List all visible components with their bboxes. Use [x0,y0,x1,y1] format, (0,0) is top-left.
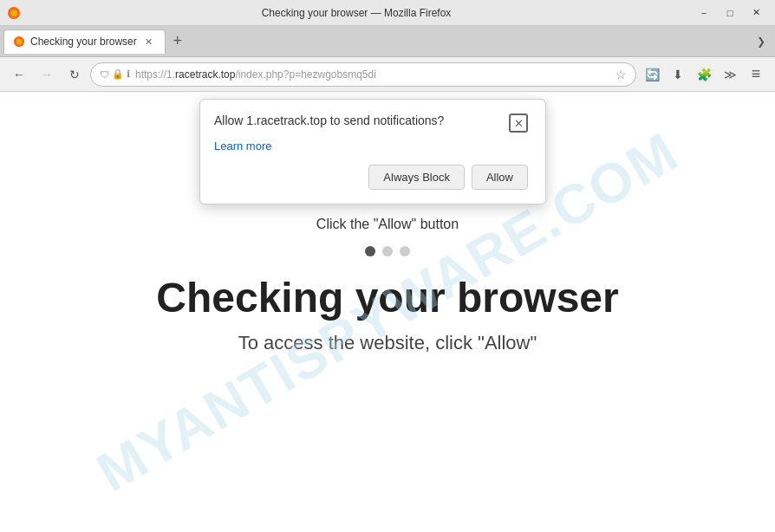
tab-overflow-button[interactable]: ❯ [751,31,772,52]
popup-close-button[interactable]: ✕ [509,114,528,133]
new-tab-button[interactable]: + [166,29,190,54]
sub-text: To access the website, click "Allow" [238,332,537,354]
bookmark-button[interactable]: ☆ [615,68,627,81]
svg-point-3 [16,39,23,45]
toolbar-icons: 🔄 ⬇ 🧩 ≫ ≡ [640,62,768,87]
window-title: Checking your browser — Mozilla Firefox [21,7,692,19]
url-bar[interactable]: 🛡 🔒 ℹ https://1.racetrack.top/index.php?… [90,62,636,87]
tab-title: Checking your browser [30,36,137,48]
reload-button[interactable]: ↻ [62,62,87,87]
learn-more-link[interactable]: Learn more [214,139,528,152]
more-tools-button[interactable]: ≫ [718,62,742,87]
allow-button[interactable]: Allow [472,165,528,190]
url-path: /index.php?p=hezwgobsmq5di [235,68,375,81]
download-button[interactable]: ⬇ [666,62,690,87]
forward-button[interactable]: → [35,62,59,87]
tab-favicon-icon [13,36,25,48]
tab-bar: Checking your browser ✕ + ❯ [0,26,775,57]
loading-dots [365,246,410,256]
dot-inactive-2 [400,246,410,256]
notification-popup: Allow 1.racetrack.top to send notificati… [199,99,546,204]
popup-buttons: Always Block Allow [214,165,528,190]
url-https: https://1. [135,68,175,81]
close-button[interactable]: ✕ [744,4,768,22]
maximize-button[interactable]: □ [718,4,742,22]
url-domain: racetrack.top [175,68,235,81]
page-content: MYANTISPYWARE.COM Allow 1.racetrack.top … [0,92,775,532]
popup-title: Allow 1.racetrack.top to send notificati… [214,114,509,127]
title-bar-left [7,6,21,20]
info-icon: ℹ [127,68,130,80]
dot-active [365,246,375,256]
shield-icon: 🛡 [100,69,109,80]
sync-button[interactable]: 🔄 [640,62,664,87]
always-block-button[interactable]: Always Block [368,165,465,190]
svg-point-1 [10,10,17,16]
back-button[interactable]: ← [7,62,31,87]
title-bar: Checking your browser — Mozilla Firefox … [0,0,775,26]
nav-bar: ← → ↻ 🛡 🔒 ℹ https://1.racetrack.top/inde… [0,57,775,92]
window-controls: − □ ✕ [692,4,768,22]
url-security-icons: 🛡 🔒 ℹ [100,68,130,80]
lock-icon: 🔒 [112,68,124,80]
url-text: https://1.racetrack.top/index.php?p=hezw… [135,68,610,81]
firefox-logo-icon [7,6,21,20]
tab-close-button[interactable]: ✕ [142,35,156,49]
tab-bar-end: ❯ [751,31,772,52]
active-tab[interactable]: Checking your browser ✕ [3,29,166,54]
minimize-button[interactable]: − [692,4,716,22]
menu-button[interactable]: ≡ [744,62,768,87]
extensions-button[interactable]: 🧩 [692,62,716,87]
main-title: Checking your browser [156,274,618,321]
click-instruction-text: Click the "Allow" button [316,217,459,232]
dot-inactive-1 [382,246,393,256]
popup-header: Allow 1.racetrack.top to send notificati… [214,114,528,133]
